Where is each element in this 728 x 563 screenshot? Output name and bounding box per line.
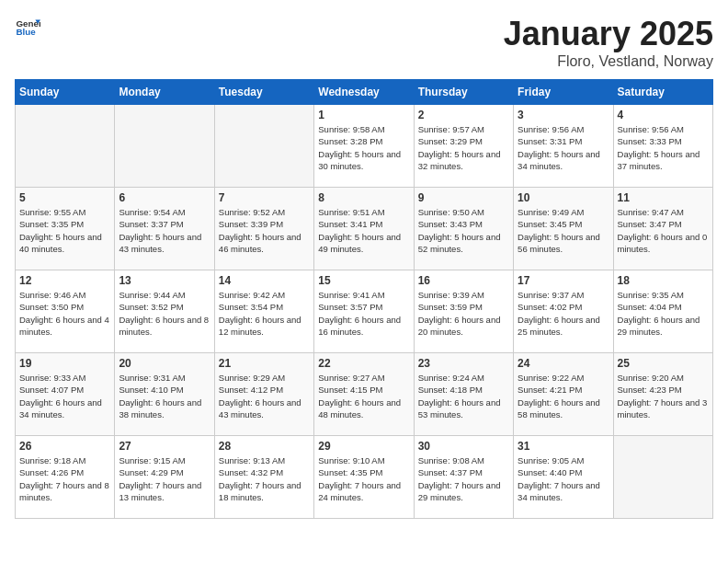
day-number: 16 (418, 274, 509, 287)
day-number: 15 (318, 274, 409, 287)
day-info: Sunrise: 9:47 AM Sunset: 3:47 PM Dayligh… (618, 206, 709, 255)
page-header: General Blue January 2025 Floro, Vestlan… (15, 15, 713, 70)
calendar-cell: 8Sunrise: 9:51 AM Sunset: 3:41 PM Daylig… (314, 188, 414, 270)
calendar-table: SundayMondayTuesdayWednesdayThursdayFrid… (15, 79, 713, 519)
calendar-cell: 25Sunrise: 9:20 AM Sunset: 4:23 PM Dayli… (613, 353, 712, 436)
day-number: 18 (618, 274, 709, 287)
day-info: Sunrise: 9:55 AM Sunset: 3:35 PM Dayligh… (19, 206, 110, 255)
calendar-cell: 26Sunrise: 9:18 AM Sunset: 4:26 PM Dayli… (16, 436, 115, 519)
weekday-header-sunday: Sunday (16, 80, 115, 105)
calendar-cell: 29Sunrise: 9:10 AM Sunset: 4:35 PM Dayli… (314, 436, 414, 519)
day-info: Sunrise: 9:37 AM Sunset: 4:02 PM Dayligh… (518, 289, 609, 338)
svg-text:Blue: Blue (16, 27, 36, 37)
day-info: Sunrise: 9:29 AM Sunset: 4:12 PM Dayligh… (219, 372, 310, 420)
day-number: 24 (518, 357, 609, 370)
calendar-week-row: 19Sunrise: 9:33 AM Sunset: 4:07 PM Dayli… (16, 353, 713, 436)
day-number: 11 (618, 191, 709, 204)
day-info: Sunrise: 9:51 AM Sunset: 3:41 PM Dayligh… (318, 206, 409, 255)
day-number: 31 (518, 440, 609, 453)
calendar-cell: 16Sunrise: 9:39 AM Sunset: 3:59 PM Dayli… (414, 270, 513, 353)
day-number: 4 (618, 109, 709, 121)
calendar-cell: 11Sunrise: 9:47 AM Sunset: 3:47 PM Dayli… (613, 188, 712, 270)
day-info: Sunrise: 9:05 AM Sunset: 4:40 PM Dayligh… (518, 454, 609, 503)
day-number: 25 (618, 357, 709, 370)
calendar-cell: 28Sunrise: 9:13 AM Sunset: 4:32 PM Dayli… (214, 436, 313, 519)
day-number: 6 (119, 191, 210, 204)
logo-icon: General Blue (15, 15, 40, 40)
weekday-header-row: SundayMondayTuesdayWednesdayThursdayFrid… (16, 80, 713, 105)
calendar-cell: 4Sunrise: 9:56 AM Sunset: 3:33 PM Daylig… (613, 105, 712, 188)
day-info: Sunrise: 9:54 AM Sunset: 3:37 PM Dayligh… (119, 206, 210, 255)
day-number: 27 (119, 440, 210, 453)
day-number: 17 (518, 274, 609, 287)
day-number: 19 (19, 357, 110, 370)
calendar-cell: 21Sunrise: 9:29 AM Sunset: 4:12 PM Dayli… (214, 353, 313, 436)
calendar-cell: 17Sunrise: 9:37 AM Sunset: 4:02 PM Dayli… (514, 270, 613, 353)
calendar-cell: 18Sunrise: 9:35 AM Sunset: 4:04 PM Dayli… (613, 270, 712, 353)
calendar-cell: 27Sunrise: 9:15 AM Sunset: 4:29 PM Dayli… (115, 436, 214, 519)
day-info: Sunrise: 9:13 AM Sunset: 4:32 PM Dayligh… (219, 454, 310, 503)
calendar-cell: 15Sunrise: 9:41 AM Sunset: 3:57 PM Dayli… (314, 270, 414, 353)
calendar-cell: 14Sunrise: 9:42 AM Sunset: 3:54 PM Dayli… (214, 270, 313, 353)
day-info: Sunrise: 9:31 AM Sunset: 4:10 PM Dayligh… (119, 372, 210, 420)
day-number: 29 (318, 440, 409, 453)
calendar-cell (115, 105, 214, 188)
calendar-week-row: 5Sunrise: 9:55 AM Sunset: 3:35 PM Daylig… (16, 188, 713, 270)
calendar-week-row: 1Sunrise: 9:58 AM Sunset: 3:28 PM Daylig… (16, 105, 713, 188)
day-number: 5 (19, 191, 110, 204)
day-number: 10 (518, 191, 609, 204)
day-number: 8 (318, 191, 409, 204)
day-info: Sunrise: 9:56 AM Sunset: 3:33 PM Dayligh… (618, 123, 709, 172)
weekday-header-monday: Monday (115, 80, 214, 105)
day-info: Sunrise: 9:15 AM Sunset: 4:29 PM Dayligh… (119, 454, 210, 503)
day-number: 28 (219, 440, 310, 453)
day-info: Sunrise: 9:27 AM Sunset: 4:15 PM Dayligh… (318, 372, 409, 420)
calendar-cell: 19Sunrise: 9:33 AM Sunset: 4:07 PM Dayli… (16, 353, 115, 436)
calendar-cell: 2Sunrise: 9:57 AM Sunset: 3:29 PM Daylig… (414, 105, 513, 188)
calendar-cell: 12Sunrise: 9:46 AM Sunset: 3:50 PM Dayli… (16, 270, 115, 353)
day-info: Sunrise: 9:56 AM Sunset: 3:31 PM Dayligh… (518, 123, 609, 172)
calendar-cell: 9Sunrise: 9:50 AM Sunset: 3:43 PM Daylig… (414, 188, 513, 270)
month-title: January 2025 (504, 15, 713, 53)
logo: General Blue (15, 15, 40, 40)
weekday-header-friday: Friday (514, 80, 613, 105)
day-info: Sunrise: 9:35 AM Sunset: 4:04 PM Dayligh… (618, 289, 709, 338)
day-number: 26 (19, 440, 110, 453)
calendar-cell: 13Sunrise: 9:44 AM Sunset: 3:52 PM Dayli… (115, 270, 214, 353)
weekday-header-wednesday: Wednesday (314, 80, 414, 105)
calendar-cell: 30Sunrise: 9:08 AM Sunset: 4:37 PM Dayli… (414, 436, 513, 519)
day-info: Sunrise: 9:41 AM Sunset: 3:57 PM Dayligh… (318, 289, 409, 338)
day-info: Sunrise: 9:18 AM Sunset: 4:26 PM Dayligh… (19, 454, 110, 503)
day-info: Sunrise: 9:22 AM Sunset: 4:21 PM Dayligh… (518, 372, 609, 420)
weekday-header-saturday: Saturday (613, 80, 712, 105)
day-number: 3 (518, 109, 609, 121)
day-info: Sunrise: 9:46 AM Sunset: 3:50 PM Dayligh… (19, 289, 110, 338)
day-info: Sunrise: 9:33 AM Sunset: 4:07 PM Dayligh… (19, 372, 110, 420)
day-info: Sunrise: 9:39 AM Sunset: 3:59 PM Dayligh… (418, 289, 509, 338)
calendar-cell: 23Sunrise: 9:24 AM Sunset: 4:18 PM Dayli… (414, 353, 513, 436)
day-info: Sunrise: 9:49 AM Sunset: 3:45 PM Dayligh… (518, 206, 609, 255)
day-info: Sunrise: 9:42 AM Sunset: 3:54 PM Dayligh… (219, 289, 310, 338)
weekday-header-tuesday: Tuesday (214, 80, 313, 105)
calendar-cell: 5Sunrise: 9:55 AM Sunset: 3:35 PM Daylig… (16, 188, 115, 270)
day-number: 2 (418, 109, 509, 121)
calendar-cell: 24Sunrise: 9:22 AM Sunset: 4:21 PM Dayli… (514, 353, 613, 436)
day-info: Sunrise: 9:10 AM Sunset: 4:35 PM Dayligh… (318, 454, 409, 503)
calendar-cell: 7Sunrise: 9:52 AM Sunset: 3:39 PM Daylig… (214, 188, 313, 270)
day-info: Sunrise: 9:20 AM Sunset: 4:23 PM Dayligh… (618, 372, 709, 420)
day-info: Sunrise: 9:52 AM Sunset: 3:39 PM Dayligh… (219, 206, 310, 255)
day-info: Sunrise: 9:44 AM Sunset: 3:52 PM Dayligh… (119, 289, 210, 338)
title-area: January 2025 Floro, Vestland, Norway (504, 15, 713, 70)
calendar-cell (613, 436, 712, 519)
day-number: 9 (418, 191, 509, 204)
day-number: 21 (219, 357, 310, 370)
day-number: 13 (119, 274, 210, 287)
day-info: Sunrise: 9:58 AM Sunset: 3:28 PM Dayligh… (318, 123, 409, 172)
weekday-header-thursday: Thursday (414, 80, 513, 105)
day-number: 7 (219, 191, 310, 204)
day-number: 30 (418, 440, 509, 453)
day-number: 14 (219, 274, 310, 287)
day-info: Sunrise: 9:50 AM Sunset: 3:43 PM Dayligh… (418, 206, 509, 255)
day-info: Sunrise: 9:57 AM Sunset: 3:29 PM Dayligh… (418, 123, 509, 172)
calendar-week-row: 12Sunrise: 9:46 AM Sunset: 3:50 PM Dayli… (16, 270, 713, 353)
